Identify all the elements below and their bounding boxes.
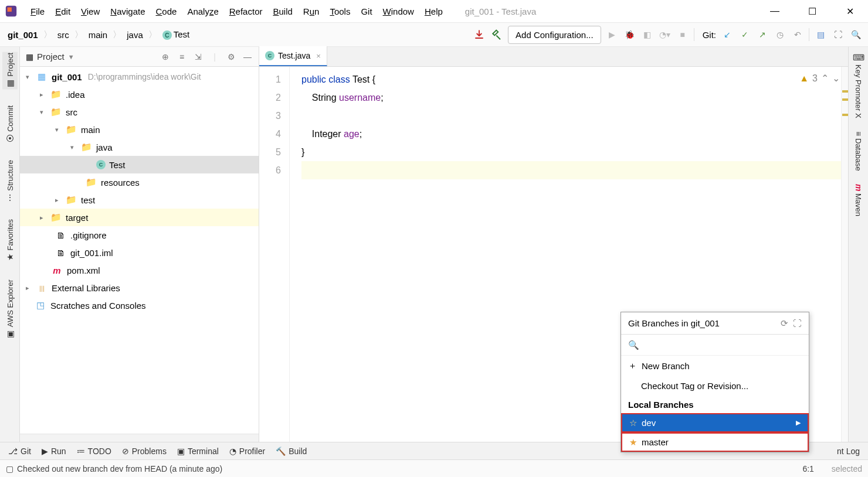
run-icon[interactable]: ▶ xyxy=(606,28,619,41)
popup-search[interactable]: 🔍 xyxy=(621,335,809,356)
tree-root[interactable]: ▾ ▦ git_001 D:\programmings\idea work\Gi… xyxy=(20,68,259,86)
bottom-build[interactable]: 🔨Build xyxy=(276,447,307,456)
hammer-icon[interactable] xyxy=(490,28,503,41)
update-icon[interactable]: ↙ xyxy=(721,28,734,41)
menu-run[interactable]: Run xyxy=(299,5,324,18)
expand-icon[interactable]: ⛶ xyxy=(832,28,845,41)
rail-database[interactable]: ≡Database xyxy=(851,130,866,172)
rollback-icon[interactable]: ↶ xyxy=(791,28,804,41)
chevron-down-icon[interactable]: ▼ xyxy=(68,53,74,60)
project-tree: ▾ ▦ git_001 D:\programmings\idea work\Gi… xyxy=(20,67,259,314)
expand-all-icon[interactable]: ≡ xyxy=(177,52,187,62)
bottom-todo[interactable]: ≔TODO xyxy=(77,447,111,456)
tree-src[interactable]: ▾📁 src xyxy=(20,103,259,121)
scrollbar-horizontal[interactable] xyxy=(20,434,259,442)
search-everywhere-icon[interactable]: 🔍 xyxy=(849,28,862,41)
coverage-icon[interactable]: ◧ xyxy=(641,28,654,41)
folder-icon: 📁 xyxy=(66,124,76,135)
editor-gutter: 1 2 3 4 5 6 xyxy=(259,67,290,442)
crumb-root[interactable]: git_001 xyxy=(6,29,40,40)
toolbar-icons: Add Configuration... ▶ 🐞 ◧ ◔▾ ■ Git: ↙ ✓… xyxy=(473,26,862,44)
svg-rect-1 xyxy=(8,8,12,12)
tree-external-libs[interactable]: ▸⫼ External Libraries xyxy=(20,279,259,297)
crumb-java[interactable]: java xyxy=(125,29,145,40)
history-icon[interactable]: ◷ xyxy=(774,28,786,41)
hide-icon[interactable]: — xyxy=(242,52,253,62)
menu-code[interactable]: Code xyxy=(151,5,182,18)
inspection-badges[interactable]: ▲ 3 ⌃ ⌄ xyxy=(799,73,840,84)
menu-build[interactable]: Build xyxy=(268,5,297,18)
crumb-class[interactable]: CTest xyxy=(161,29,192,41)
bottom-git[interactable]: ⎇Git xyxy=(8,447,31,456)
tree-resources[interactable]: 📁 resources xyxy=(20,173,259,191)
structure-icon[interactable]: ▤ xyxy=(814,28,827,41)
profile-icon[interactable]: ◔▾ xyxy=(659,28,672,41)
add-configuration-button[interactable]: Add Configuration... xyxy=(508,26,601,44)
menu-view[interactable]: View xyxy=(76,5,104,18)
menu-window[interactable]: Window xyxy=(378,5,419,18)
tree-pom[interactable]: m pom.xml xyxy=(20,261,259,279)
rail-aws-explorer[interactable]: ▣AWS Explorer xyxy=(2,278,18,340)
maximize-button[interactable]: ☐ xyxy=(799,2,826,20)
rail-maven[interactable]: mMaven xyxy=(851,183,866,217)
menu-analyze[interactable]: Analyze xyxy=(182,5,223,18)
branch-master[interactable]: ★ master xyxy=(621,432,809,452)
rail-key-promoter[interactable]: ⌨Key Promoter X xyxy=(851,52,866,120)
menu-refactor[interactable]: Refactor xyxy=(225,5,267,18)
stop-icon[interactable]: ■ xyxy=(676,28,689,41)
window-title: git_001 - Test.java xyxy=(465,6,536,16)
settings-icon[interactable]: ⛶ xyxy=(793,318,802,328)
close-tab-icon[interactable]: × xyxy=(316,52,321,60)
tree-idea[interactable]: ▸📁 .idea xyxy=(20,86,259,103)
tree-scratches[interactable]: ◳ Scratches and Consoles xyxy=(20,297,259,314)
tree-java[interactable]: ▾📁 java xyxy=(20,138,259,156)
tree-iml[interactable]: 🗎 git_001.iml xyxy=(20,244,259,261)
refresh-icon[interactable]: ⟳ xyxy=(781,318,788,329)
push-icon[interactable]: ↗ xyxy=(756,28,769,41)
tab-test-java[interactable]: C Test.java × xyxy=(259,46,327,66)
submenu-arrow-icon: ▶ xyxy=(796,419,801,427)
menu-file[interactable]: FFileile xyxy=(26,5,49,18)
bottom-problems[interactable]: ⊘Problems xyxy=(122,447,167,456)
checkout-tag-item[interactable]: Checkout Tag or Revision... xyxy=(621,376,809,396)
collapse-all-icon[interactable]: ⇲ xyxy=(193,52,204,62)
gear-icon[interactable]: ⚙ xyxy=(226,52,236,62)
rail-favorites[interactable]: ★Favorites xyxy=(2,218,18,263)
rail-structure[interactable]: ⋮Structure xyxy=(2,159,18,203)
project-panel: ▦ Project ▼ ⊕ ≡ ⇲ | ⚙ — ▾ ▦ git_001 D:\p… xyxy=(20,47,259,442)
menu-edit[interactable]: Edit xyxy=(50,5,75,18)
close-button[interactable]: ✕ xyxy=(836,2,863,20)
tree-target[interactable]: ▸📁 target xyxy=(20,209,259,226)
debug-icon[interactable]: 🐞 xyxy=(623,28,636,41)
menu-help[interactable]: Help xyxy=(420,5,447,18)
commit-icon[interactable]: ✓ xyxy=(738,28,751,41)
menu-git[interactable]: Git xyxy=(356,5,377,18)
project-header-title[interactable]: Project xyxy=(37,52,65,62)
bottom-event-log[interactable]: nt Log xyxy=(837,447,860,456)
tree-gitignore[interactable]: 🗎 .gitignore xyxy=(20,226,259,244)
minimize-button[interactable]: — xyxy=(761,2,788,20)
prev-highlight-icon[interactable]: ⌃ xyxy=(821,73,829,84)
crumb-main[interactable]: main xyxy=(87,29,110,40)
structure-rail-icon: ⋮ xyxy=(6,193,14,202)
select-in-icon[interactable]: ⊕ xyxy=(160,52,171,62)
tree-main[interactable]: ▾📁 main xyxy=(20,121,259,138)
status-icon[interactable]: ▢ xyxy=(6,464,13,473)
cursor-position[interactable]: 6:1 xyxy=(802,464,813,473)
bottom-profiler[interactable]: ◔Profiler xyxy=(229,447,265,456)
bottom-run[interactable]: ▶Run xyxy=(42,447,66,456)
profiler-icon: ◔ xyxy=(229,447,236,456)
rail-project[interactable]: ▦Project xyxy=(2,52,18,89)
download-icon[interactable] xyxy=(473,28,486,41)
next-highlight-icon[interactable]: ⌄ xyxy=(832,73,840,84)
menu-tools[interactable]: Tools xyxy=(325,5,355,18)
new-branch-item[interactable]: ＋ New Branch xyxy=(621,356,809,376)
menu-navigate[interactable]: Navigate xyxy=(106,5,150,18)
crumb-src[interactable]: src xyxy=(56,29,71,40)
tree-test[interactable]: ▸📁 test xyxy=(20,191,259,209)
rail-commit[interactable]: ⦿Commit xyxy=(2,104,18,144)
bottom-terminal[interactable]: ▣Terminal xyxy=(177,447,219,456)
error-stripe[interactable] xyxy=(841,67,848,442)
tree-test-class[interactable]: C Test xyxy=(20,156,259,173)
branch-dev[interactable]: ☆ dev ▶ xyxy=(621,413,809,432)
